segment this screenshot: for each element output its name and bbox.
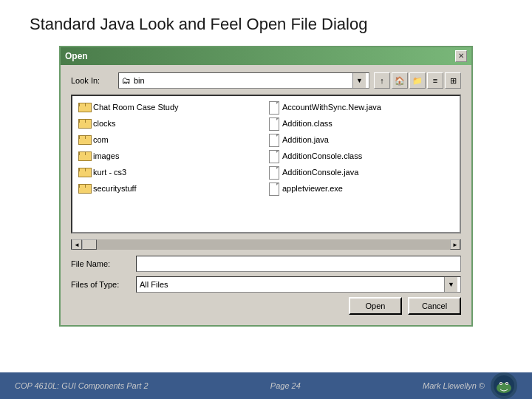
list-item[interactable]: com — [75, 132, 266, 148]
footer-right-text: Mark Llewellyn © — [423, 381, 485, 390]
scroll-right-button[interactable]: ► — [450, 239, 460, 250]
filename-input[interactable] — [136, 256, 461, 272]
look-in-dropdown-arrow[interactable]: ▼ — [352, 73, 366, 88]
scroll-track[interactable] — [97, 239, 450, 250]
svg-point-4 — [500, 383, 502, 384]
folder-icon — [78, 119, 90, 129]
file-name: AdditionConsole.class — [282, 151, 362, 160]
toolbar-details-btn[interactable]: ⊞ — [445, 72, 461, 89]
file-name: images — [93, 151, 119, 160]
list-item[interactable]: securitystuff — [75, 180, 266, 197]
file-icon — [269, 183, 279, 194]
scrollbar[interactable]: ◄ ► — [71, 239, 461, 250]
page-container: Standard Java Look and Feel Open File Di… — [0, 0, 532, 399]
folder-icon — [78, 151, 90, 161]
filetype-select[interactable]: All Files ▼ — [136, 276, 461, 293]
dialog-body: Look In: 🗂 bin ▼ ↑ 🏠 📁 ≡ ⊞ — [61, 65, 471, 325]
file-icon — [269, 117, 279, 129]
folder-icon — [78, 184, 90, 194]
filename-label: File Name: — [71, 259, 132, 268]
footer-right: Mark Llewellyn © — [423, 372, 517, 399]
file-name: AdditionConsole.java — [282, 168, 358, 177]
look-in-combo[interactable]: 🗂 bin ▼ — [118, 72, 369, 89]
list-item[interactable]: Addition.class — [266, 115, 457, 132]
footer-left: COP 4610L: GUI Components Part 2 — [15, 381, 149, 390]
filetype-dropdown-arrow[interactable]: ▼ — [444, 277, 457, 292]
file-name: appletviewer.exe — [282, 184, 343, 193]
svg-point-1 — [497, 383, 511, 393]
toolbar-list-btn[interactable]: ≡ — [427, 72, 443, 89]
file-name: Addition.java — [282, 135, 329, 144]
file-icon — [269, 101, 279, 113]
list-item[interactable]: AdditionConsole.class — [266, 148, 457, 164]
look-in-value: bin — [134, 76, 352, 85]
footer: COP 4610L: GUI Components Part 2 Page 24… — [0, 372, 532, 399]
toolbar-new-folder-btn[interactable]: 📁 — [409, 72, 426, 89]
list-item[interactable]: AccountWithSync.New.java — [266, 99, 457, 115]
file-name: Chat Room Case Study — [93, 103, 179, 112]
list-item[interactable]: kurt - cs3 — [75, 164, 266, 180]
list-item[interactable]: appletviewer.exe — [266, 180, 457, 197]
scroll-left-button[interactable]: ◄ — [72, 239, 82, 250]
toolbar-home-btn[interactable]: 🏠 — [392, 72, 408, 89]
dialog-window: Open ✕ Look In: 🗂 bin ▼ ↑ 🏠 📁 — [59, 46, 473, 327]
file-list-area: Chat Room Case Study AccountWithSync.New… — [71, 95, 461, 233]
filetype-row: Files of Type: All Files ▼ — [71, 276, 461, 293]
list-item[interactable]: images — [75, 148, 266, 164]
list-item[interactable]: clocks — [75, 115, 266, 132]
cancel-button[interactable]: Cancel — [408, 297, 461, 315]
open-button[interactable]: Open — [349, 297, 402, 315]
filetype-label: Files of Type: — [71, 280, 132, 289]
footer-center: Page 24 — [270, 381, 301, 390]
gator-logo — [491, 372, 517, 399]
file-name: kurt - cs3 — [93, 168, 126, 177]
toolbar-icons: ↑ 🏠 📁 ≡ ⊞ — [374, 72, 461, 89]
file-name: securitystuff — [93, 184, 137, 193]
scroll-thumb[interactable] — [82, 239, 97, 250]
file-icon — [269, 166, 279, 178]
list-item[interactable]: AdditionConsole.java — [266, 164, 457, 180]
file-name: AccountWithSync.New.java — [282, 103, 381, 112]
dialog-titlebar: Open ✕ — [61, 47, 471, 65]
list-item[interactable]: Addition.java — [266, 132, 457, 148]
buttons-row: Open Cancel — [71, 297, 461, 315]
folder-icon — [78, 135, 90, 145]
look-in-row: Look In: 🗂 bin ▼ ↑ 🏠 📁 ≡ ⊞ — [71, 72, 461, 89]
dialog-title: Open — [65, 51, 88, 61]
filetype-value: All Files — [140, 280, 168, 289]
look-in-label: Look In: — [71, 76, 114, 85]
svg-point-5 — [506, 383, 508, 384]
dialog-close-button[interactable]: ✕ — [455, 50, 467, 62]
page-title: Standard Java Look and Feel Open File Di… — [30, 15, 502, 34]
file-name: Addition.class — [282, 119, 332, 128]
file-icon — [269, 134, 279, 146]
file-icon — [269, 150, 279, 162]
folder-icon — [78, 168, 90, 177]
toolbar-up-btn[interactable]: ↑ — [374, 72, 390, 89]
folder-icon — [78, 103, 90, 112]
filename-row: File Name: — [71, 256, 461, 272]
file-name: clocks — [93, 119, 116, 128]
folder-icon-lookin: 🗂 — [122, 75, 131, 86]
list-item[interactable]: Chat Room Case Study — [75, 99, 266, 115]
file-name: com — [93, 135, 109, 144]
main-content: Standard Java Look and Feel Open File Di… — [0, 0, 532, 372]
